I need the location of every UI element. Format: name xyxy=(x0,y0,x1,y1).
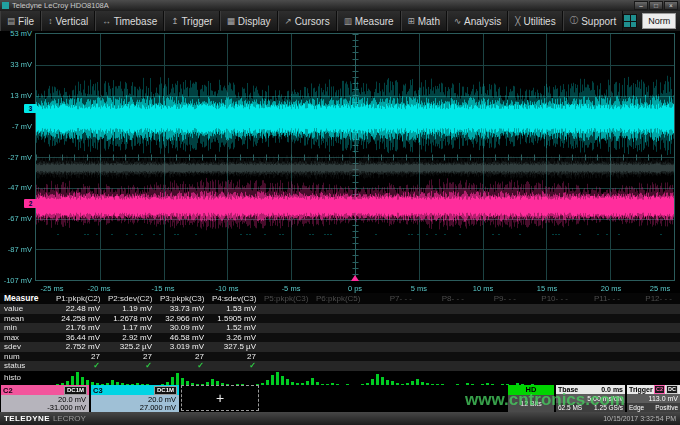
trigger-time-marker[interactable] xyxy=(351,275,359,281)
graticule[interactable] xyxy=(35,33,675,281)
measure-cell xyxy=(316,304,368,314)
add-trace-button[interactable]: + xyxy=(181,385,259,411)
menu-measure[interactable]: ▥Measure xyxy=(337,11,401,31)
measure-cell: 325.2 µV xyxy=(108,342,160,352)
measure-cell: ✓ xyxy=(108,361,160,371)
measure-table: MeasureP1:pkpk(C2)P2:sdev(C2)P3:pkpk(C3)… xyxy=(0,293,680,385)
menu-label: Support xyxy=(581,16,616,27)
histogram-bar xyxy=(71,376,74,385)
measure-cell xyxy=(368,352,420,362)
measure-column-header-p11[interactable]: P11- - - xyxy=(576,293,628,304)
menu-file[interactable]: ▤File xyxy=(0,11,41,31)
measure-cell xyxy=(628,361,680,371)
menu-analysis[interactable]: ∿Analysis xyxy=(447,11,508,31)
measure-cell: 21.76 mV xyxy=(56,323,108,333)
y-axis-label: -67 mV xyxy=(0,214,32,223)
measure-cell xyxy=(524,333,576,343)
menu-math[interactable]: ⊞Math xyxy=(401,11,447,31)
hd-bits: 12 Bits xyxy=(508,395,554,412)
measure-cell: 27 xyxy=(212,352,264,362)
channel-c2-descriptor[interactable]: C2 DC1M 20.0 mV -31.000 mV xyxy=(1,385,89,412)
measure-row-label: histo xyxy=(0,371,56,385)
histogram-bar xyxy=(381,377,384,385)
window-controls: – □ × xyxy=(634,1,678,10)
menu-utilities[interactable]: ╳Utilities xyxy=(508,11,562,31)
measure-column-header-p5[interactable]: P5:pkpk(C3) xyxy=(264,293,316,304)
norm-button[interactable]: Norm xyxy=(642,13,676,29)
menu-cursors[interactable]: ↗Cursors xyxy=(278,11,337,31)
measure-cell: 2.92 mV xyxy=(108,333,160,343)
trigger-box[interactable]: Trigger C2 DC 113.0 mV Edge Positive xyxy=(627,385,680,412)
measure-cell: 1.2678 mV xyxy=(108,314,160,324)
measure-cell: 27 xyxy=(160,352,212,362)
measure-column-header-p8[interactable]: P8- - - xyxy=(420,293,472,304)
cursor-icon: ↗ xyxy=(285,16,292,26)
measure-column-header-p2[interactable]: P2:sdev(C2) xyxy=(108,293,160,304)
waveform-canvas xyxy=(36,34,674,280)
measure-cell xyxy=(576,352,628,362)
hd-mode-box[interactable]: HD 12 Bits xyxy=(508,385,554,412)
measure-column-header-p12[interactable]: P12- - - xyxy=(628,293,680,304)
maximize-icon[interactable]: □ xyxy=(649,1,663,10)
measure-cell xyxy=(524,352,576,362)
y-axis-label: 13 mV xyxy=(0,91,32,100)
channel-c2-coupling-badge: DC1M xyxy=(64,386,87,395)
measure-cell xyxy=(628,323,680,333)
status-bar: TELEDYNE LECROY 10/15/2017 3:32:54 PM xyxy=(0,412,680,425)
menu-right-cluster: Norm Gesture Undo ↶ xyxy=(623,11,680,31)
timebase-box[interactable]: Tbase 0.0 ms 5.00 ms/div 62.5 MS 1.25 GS… xyxy=(556,385,625,412)
measure-cell xyxy=(420,304,472,314)
measure-icon: ▥ xyxy=(344,16,352,26)
measure-cell xyxy=(472,361,524,371)
measure-column-header-p3[interactable]: P3:pkpk(C3) xyxy=(160,293,212,304)
timebase-header: Tbase 0.0 ms xyxy=(556,385,625,394)
measure-cell: 2.752 mV xyxy=(56,342,108,352)
measure-row-sdev: sdev2.752 mV325.2 µV3.019 mV327.5 µV xyxy=(0,342,680,352)
measure-cell: 36.44 mV xyxy=(56,333,108,343)
histogram-bar xyxy=(176,373,179,385)
measure-column-header-p10[interactable]: P10- - - xyxy=(524,293,576,304)
measure-cell xyxy=(316,361,368,371)
measure-column-header-p9[interactable]: P9- - - xyxy=(472,293,524,304)
channel-c3-descriptor[interactable]: C3 DC1M 20.0 mV 27.000 mV xyxy=(91,385,179,412)
measure-cell xyxy=(628,352,680,362)
y-axis-label: -107 mV xyxy=(0,276,32,285)
histogram-bar xyxy=(271,375,274,385)
menu-label: Math xyxy=(418,16,440,27)
measure-cell: 22.48 mV xyxy=(56,304,108,314)
measure-cell xyxy=(264,352,316,362)
measure-cell: 3.019 mV xyxy=(160,342,212,352)
menu-label: Trigger xyxy=(181,16,212,27)
display-icon: ▦ xyxy=(227,16,235,26)
minimize-icon[interactable]: – xyxy=(634,1,648,10)
measure-cell xyxy=(628,314,680,324)
grid-display-icon[interactable] xyxy=(623,14,637,28)
measure-cell xyxy=(524,361,576,371)
measure-cell xyxy=(264,323,316,333)
menu-support[interactable]: ⓘSupport xyxy=(563,11,624,31)
close-icon[interactable]: × xyxy=(664,1,678,10)
measure-cell xyxy=(472,323,524,333)
measure-row-label: max xyxy=(0,333,56,343)
measure-column-header-p6[interactable]: P6:pkpk(C5) xyxy=(316,293,368,304)
measure-column-header-p1[interactable]: P1:pkpk(C2) xyxy=(56,293,108,304)
histogram-bar xyxy=(376,374,379,385)
measure-column-header-p4[interactable]: P4:sdev(C3) xyxy=(212,293,264,304)
channel-c2-marker[interactable]: 2 xyxy=(24,199,37,208)
measure-column-header-p7[interactable]: P7- - - xyxy=(368,293,420,304)
measure-cell: 1.53 mV xyxy=(212,304,264,314)
horizontal-arrows-icon: ↔ xyxy=(102,16,111,26)
timebase-rate: 1.25 GS/s xyxy=(594,403,623,412)
timebase-label: Tbase xyxy=(558,386,578,393)
menu-trigger[interactable]: ↥Trigger xyxy=(164,11,219,31)
measure-cell xyxy=(264,342,316,352)
measure-row-num: num27272727 xyxy=(0,352,680,362)
channel-c3-marker[interactable]: 3 xyxy=(24,104,37,113)
menu-display[interactable]: ▦Display xyxy=(220,11,278,31)
trigger-coupling-badge: DC xyxy=(666,385,678,394)
menu-vertical[interactable]: ↕Vertical xyxy=(41,11,95,31)
menu-timebase[interactable]: ↔Timebase xyxy=(95,11,164,31)
measure-cell: 30.09 mV xyxy=(160,323,212,333)
measure-cell xyxy=(420,361,472,371)
measure-cell xyxy=(368,323,420,333)
